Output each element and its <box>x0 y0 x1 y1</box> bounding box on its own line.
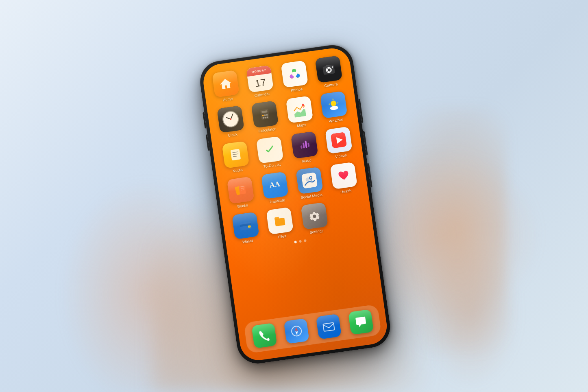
scene: Home MONDAY 17 Calendar <box>0 0 588 392</box>
app-translate[interactable]: A A Translate <box>258 171 293 205</box>
app-calendar[interactable]: MONDAY 17 Calendar <box>243 64 278 99</box>
svg-point-10 <box>332 66 333 67</box>
dock <box>244 304 381 353</box>
svg-rect-46 <box>301 172 318 189</box>
app-music[interactable]: Music <box>287 131 322 165</box>
app-photos[interactable]: Photos <box>277 59 312 94</box>
svg-line-29 <box>233 154 238 155</box>
app-files[interactable]: Files <box>263 206 298 241</box>
app-notes[interactable]: Notes <box>219 140 253 175</box>
dock-phone[interactable] <box>248 322 280 348</box>
app-wallet[interactable]: Wallet <box>229 211 263 245</box>
svg-line-43 <box>241 189 244 190</box>
svg-rect-27 <box>230 149 240 160</box>
app-health[interactable]: Health <box>327 161 362 195</box>
svg-point-3 <box>292 68 296 73</box>
svg-rect-40 <box>239 185 246 194</box>
svg-point-49 <box>310 177 312 179</box>
svg-text:A: A <box>274 180 281 188</box>
svg-rect-7 <box>323 65 335 75</box>
svg-point-48 <box>309 176 312 180</box>
app-social[interactable]: Social Media <box>292 166 327 200</box>
svg-point-21 <box>331 100 337 107</box>
app-camera[interactable]: Camera <box>312 55 346 89</box>
svg-rect-55 <box>272 212 288 229</box>
svg-rect-37 <box>331 131 347 148</box>
dot-3 <box>304 239 307 242</box>
app-settings[interactable]: Settings <box>297 201 332 236</box>
app-calculator[interactable]: Calculator <box>248 100 283 134</box>
svg-marker-59 <box>295 331 298 335</box>
svg-line-41 <box>240 186 244 186</box>
app-maps[interactable]: Maps <box>283 95 317 129</box>
svg-point-26 <box>330 105 338 110</box>
svg-marker-58 <box>295 327 298 331</box>
app-weather[interactable]: Weather <box>317 90 351 125</box>
svg-point-57 <box>291 325 302 336</box>
svg-text:A: A <box>269 180 276 189</box>
svg-rect-60 <box>323 322 334 331</box>
svg-line-28 <box>232 152 238 153</box>
app-videos[interactable]: Videos <box>322 126 357 160</box>
app-todo[interactable]: To-Do List <box>253 136 287 170</box>
svg-rect-12 <box>261 110 268 113</box>
app-grid: Home MONDAY 17 Calendar <box>201 46 373 246</box>
svg-point-0 <box>292 68 296 73</box>
svg-rect-32 <box>296 136 313 153</box>
dock-compass[interactable] <box>281 318 313 344</box>
svg-rect-31 <box>261 141 278 158</box>
app-books[interactable]: Books <box>224 176 258 210</box>
svg-point-20 <box>301 103 304 106</box>
svg-line-42 <box>241 188 244 188</box>
dock-messages[interactable] <box>345 309 377 335</box>
dot-1 <box>294 241 297 243</box>
dock-mail[interactable] <box>313 313 345 339</box>
svg-rect-50 <box>335 167 352 184</box>
app-clock[interactable]: Clock <box>213 105 248 139</box>
dot-2 <box>299 240 302 243</box>
app-home[interactable]: Home <box>209 69 243 103</box>
